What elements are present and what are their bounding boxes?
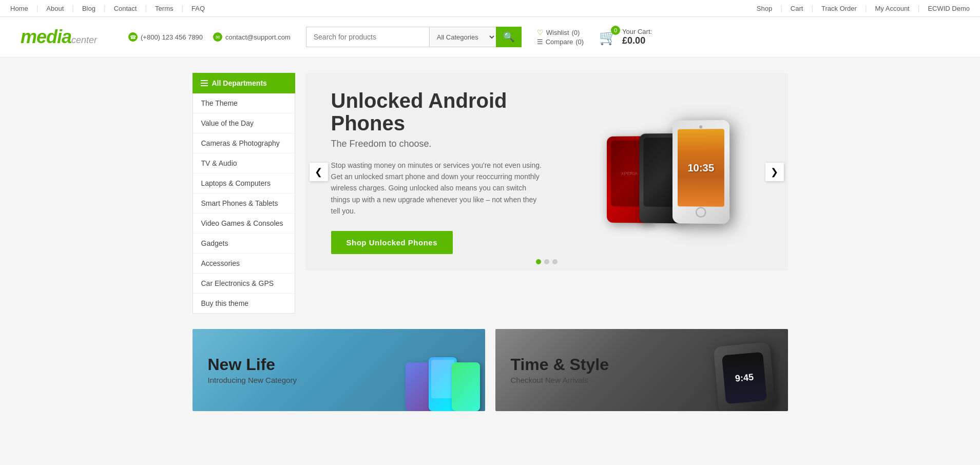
sidebar-item-videogames[interactable]: Video Games & Consoles — [193, 214, 295, 234]
nav-contact[interactable]: Contact — [114, 5, 137, 12]
sidebar-item-theme[interactable]: The Theme — [193, 93, 295, 113]
phone-white: 10:35 — [672, 120, 729, 224]
hero-title: Unlocked Android Phones — [331, 89, 545, 134]
phone-screen: 10:35 — [677, 128, 724, 206]
banner-phones — [406, 357, 480, 411]
nav-blog[interactable]: Blog — [82, 5, 95, 12]
watch-screen: 9:45 — [722, 352, 767, 404]
wishlist-compare: ♡ Wishlist (0) ☰ Compare (0) — [537, 28, 584, 46]
time-style-subtitle: Checkout New Arrivals — [511, 376, 609, 384]
email-contact: ✉ contact@support.com — [213, 32, 291, 42]
compare-link[interactable]: ☰ Compare (0) — [537, 38, 584, 46]
nav-my-account[interactable]: My Account — [875, 5, 910, 12]
cart-count: 0 — [611, 26, 620, 35]
nav-ecwid-demo[interactable]: ECWID Demo — [928, 5, 970, 12]
search-icon: 🔍 — [503, 31, 514, 43]
wishlist-link[interactable]: ♡ Wishlist (0) — [537, 28, 584, 36]
hero-area: ❮ Unlocked Android Phones The Freedom to… — [305, 73, 788, 314]
time-style-banner[interactable]: Time & Style Checkout New Arrivals 9:45 — [495, 329, 788, 411]
hero-image: XPERIA 10:35 — [547, 73, 788, 270]
new-life-text: New Life Introducing New Category — [193, 343, 312, 397]
carousel-next-button[interactable]: ❯ — [765, 163, 784, 181]
sidebar-header: All Departments — [193, 73, 295, 93]
wishlist-label: Wishlist — [546, 29, 569, 36]
search-area: All Categories 🔍 — [306, 27, 522, 47]
site-header: media center ☎ (+800) 123 456 7890 ✉ con… — [0, 17, 980, 57]
top-navigation: Home | About | Blog | Contact | Terms | … — [0, 0, 980, 17]
nav-shop[interactable]: Shop — [757, 5, 772, 12]
search-input[interactable] — [306, 27, 429, 47]
contact-info: ☎ (+800) 123 456 7890 ✉ contact@support.… — [128, 32, 291, 42]
site-logo[interactable]: media center — [21, 26, 113, 48]
category-select[interactable]: All Categories — [429, 27, 496, 47]
phone-contact: ☎ (+800) 123 456 7890 — [128, 32, 203, 42]
nav-cart[interactable]: Cart — [791, 5, 803, 12]
sidebar-item-laptops[interactable]: Laptops & Computers — [193, 173, 295, 193]
cart-label: Your Cart: — [622, 28, 652, 35]
sidebar-item-buy-theme[interactable]: Buy this theme — [193, 294, 295, 313]
hero-content: Unlocked Android Phones The Freedom to c… — [305, 73, 571, 270]
hero-subtitle: The Freedom to choose. — [331, 139, 545, 149]
top-nav-right: Shop | Cart | Track Order | My Account |… — [757, 4, 970, 12]
time-style-text: Time & Style Checkout New Arrivals — [495, 343, 624, 397]
main-content: All Departments The Theme Value of the D… — [182, 73, 798, 314]
email-icon: ✉ — [213, 32, 222, 42]
nav-faq[interactable]: FAQ — [191, 5, 205, 12]
hamburger-icon — [201, 80, 208, 86]
phone-icon: ☎ — [128, 32, 138, 42]
new-life-title: New Life — [208, 356, 297, 374]
cart-info: Your Cart: £0.00 — [622, 28, 652, 46]
nav-about[interactable]: About — [46, 5, 64, 12]
mini-phone-3 — [452, 362, 480, 411]
compare-icon: ☰ — [537, 38, 543, 46]
heart-icon: ♡ — [537, 28, 544, 36]
cart-icon-wrap: 🛒 0 — [599, 29, 617, 46]
top-nav-left: Home | About | Blog | Contact | Terms | … — [10, 4, 205, 12]
sidebar: All Departments The Theme Value of the D… — [193, 73, 295, 314]
search-button[interactable]: 🔍 — [496, 27, 522, 47]
sidebar-item-tv[interactable]: TV & Audio — [193, 153, 295, 173]
sidebar-menu: The Theme Value of the Day Cameras & Pho… — [193, 93, 295, 314]
sidebar-item-car-electronics[interactable]: Car Electronics & GPS — [193, 274, 295, 294]
nav-terms[interactable]: Terms — [155, 5, 173, 12]
sidebar-item-cameras[interactable]: Cameras & Photography — [193, 133, 295, 153]
bottom-banners: New Life Introducing New Category Time &… — [182, 329, 798, 411]
new-life-banner[interactable]: New Life Introducing New Category — [193, 329, 485, 411]
hero-body: Stop wasting money on minutes or service… — [331, 160, 545, 217]
sidebar-item-gadgets[interactable]: Gadgets — [193, 234, 295, 254]
cart-area[interactable]: 🛒 0 Your Cart: £0.00 — [599, 28, 652, 46]
compare-label: Compare — [546, 38, 573, 46]
sidebar-item-value[interactable]: Value of the Day — [193, 113, 295, 133]
nav-home[interactable]: Home — [10, 5, 28, 12]
cart-amount: £0.00 — [622, 35, 652, 46]
time-style-title: Time & Style — [511, 356, 609, 374]
carousel-prev-button[interactable]: ❮ — [310, 163, 328, 181]
phone-number: (+800) 123 456 7890 — [141, 33, 203, 41]
hero-banner: ❮ Unlocked Android Phones The Freedom to… — [305, 73, 788, 270]
sidebar-header-label: All Departments — [212, 79, 267, 87]
sidebar-item-accessories[interactable]: Accessories — [193, 254, 295, 274]
shop-unlocked-phones-button[interactable]: Shop Unlocked Phones — [331, 231, 453, 254]
wishlist-count: (0) — [572, 29, 580, 36]
phone-stack: XPERIA 10:35 — [606, 120, 729, 224]
sidebar-item-smartphones[interactable]: Smart Phones & Tablets — [193, 193, 295, 214]
email-address: contact@support.com — [225, 33, 291, 41]
nav-track-order[interactable]: Track Order — [821, 5, 857, 12]
new-life-subtitle: Introducing New Category — [208, 376, 297, 384]
compare-count: (0) — [575, 38, 584, 46]
logo-center-text: center — [71, 35, 97, 46]
logo-media-text: media — [21, 26, 71, 48]
banner-watch: 9:45 — [713, 342, 775, 411]
